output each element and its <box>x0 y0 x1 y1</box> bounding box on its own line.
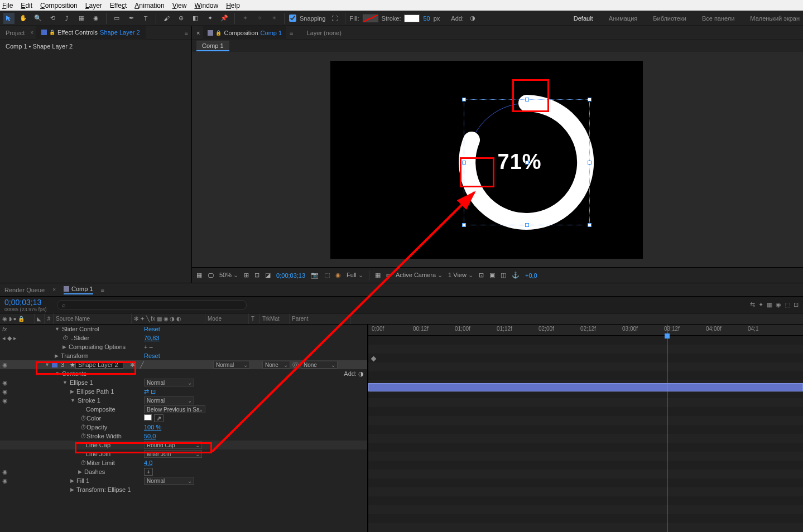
prop-slider[interactable]: Slider <box>74 335 89 341</box>
dashes-group[interactable]: Dashes <box>84 468 105 475</box>
menu-edit[interactable]: Edit <box>21 2 32 9</box>
source-name-col[interactable]: Source Name <box>54 313 132 324</box>
miter-limit-value[interactable]: 4,0 <box>144 460 152 466</box>
ellipse-group[interactable]: Ellipse 1 <box>70 379 93 386</box>
color-prop[interactable]: Color <box>86 415 101 422</box>
stroke-width-value[interactable]: 50,0 <box>144 433 156 439</box>
menu-view[interactable]: View <box>172 2 187 9</box>
menu-file[interactable]: File <box>2 2 13 9</box>
effect-slider-control[interactable]: Slider Control <box>62 326 99 332</box>
stroke-swatch[interactable] <box>404 14 420 22</box>
grid-icon[interactable]: ▦ <box>375 272 381 279</box>
monitor-icon[interactable]: 🖵 <box>208 272 214 279</box>
roto-tool-icon[interactable]: ✦ <box>204 13 215 24</box>
view-opt-2-icon[interactable]: ▣ <box>489 272 495 279</box>
comp-viewer-tab[interactable]: 🔒 Composition Comp 1 <box>203 26 286 40</box>
miter-limit-prop[interactable]: Miter Limit <box>86 460 115 466</box>
footage-icon[interactable]: ▦ <box>196 272 202 279</box>
orbit-tool-icon[interactable]: ⟲ <box>47 13 58 24</box>
compositing-options[interactable]: Compositing Options <box>69 344 126 350</box>
playhead[interactable] <box>667 325 667 532</box>
comp-timeline-tab[interactable]: Comp 1 <box>64 286 93 294</box>
snapshot-icon[interactable]: 📷 <box>311 272 319 279</box>
composite-dropdown[interactable]: Below Previous in Sa <box>144 405 205 413</box>
stopwatch-icon[interactable]: ⏱ <box>80 433 86 439</box>
brush-tool-icon[interactable]: 🖌 <box>161 13 172 24</box>
project-tab[interactable]: Project <box>0 26 30 40</box>
time-ruler[interactable]: 0;00f 00;12f 01;00f 01;12f 02;00f 02;12f… <box>368 325 803 336</box>
plus-minus[interactable]: + – <box>144 344 153 350</box>
tl-icon-4[interactable]: ◉ <box>776 301 781 308</box>
camera-dropdown[interactable]: Active Camera <box>396 272 443 279</box>
zoom-tool-icon[interactable]: 🔍 <box>32 13 44 24</box>
tl-icon-6[interactable]: ⊡ <box>794 301 799 308</box>
av-icons[interactable]: ◉ ◗ ● 🔒 <box>2 316 25 322</box>
add-button-icon[interactable]: ◑ <box>358 370 364 377</box>
clone-tool-icon[interactable]: ⊕ <box>175 13 186 24</box>
composite-prop[interactable]: Composite <box>86 406 116 413</box>
label-col-icon[interactable]: ◣ <box>35 313 45 324</box>
comp-tab[interactable]: Comp 1 <box>196 41 229 51</box>
tab-close-icon[interactable]: × <box>52 287 56 293</box>
workspace-default[interactable]: Default <box>574 15 593 22</box>
exposure-value[interactable]: +0,0 <box>525 272 537 279</box>
hand-tool-icon[interactable]: ✋ <box>18 13 29 24</box>
layer-search-input[interactable]: ⌕ <box>57 300 247 310</box>
3d-icon[interactable]: ⧈ <box>386 272 390 279</box>
stroke-width-value[interactable]: 50 <box>423 15 430 22</box>
menu-animation[interactable]: Animation <box>134 2 164 9</box>
menu-bar[interactable]: File Edit Composition Layer Effect Anima… <box>0 0 803 11</box>
trkmat-col[interactable]: TrkMat <box>260 313 290 324</box>
stroke-group[interactable]: Stroke 1 <box>78 397 100 404</box>
viewer-close-icon[interactable]: × <box>196 30 200 36</box>
pickwhip-icon[interactable]: ⓞ <box>292 361 299 369</box>
panel-menu-icon[interactable]: ≡ <box>185 30 191 36</box>
res-icon[interactable]: ⊞ <box>244 272 249 279</box>
menu-layer[interactable]: Layer <box>85 2 102 9</box>
transform-ellipse-group[interactable]: Transform: Ellipse 1 <box>76 486 131 493</box>
workspace-2[interactable]: Библиотеки <box>653 15 686 22</box>
shape-mode-dropdown[interactable]: Normal <box>144 379 194 386</box>
mask-icon[interactable]: ◪ <box>265 272 271 279</box>
view-opt-1-icon[interactable]: ⊡ <box>479 272 484 279</box>
path-link-icon[interactable]: ⇄ ⊡ <box>144 388 156 395</box>
stopwatch-icon[interactable]: ⏱ <box>80 415 86 422</box>
workspace-4[interactable]: Маленький экран <box>750 15 800 22</box>
lock-icon[interactable]: 🔒 <box>215 30 222 36</box>
canvas-area[interactable]: 71% <box>192 52 803 267</box>
timeline-tracks[interactable]: 0;00f 00;12f 01;00f 01;12f 02;00f 02;12f… <box>368 325 803 532</box>
switches-col[interactable]: ✻ ✦ ╲ fx ▦ ◉ ◑ ◐ <box>132 313 205 324</box>
view-opt-4-icon[interactable]: ⚓ <box>512 272 520 279</box>
dash-add-icon[interactable]: + <box>144 468 153 476</box>
view-axis-icon[interactable]: ✴ <box>268 13 280 24</box>
rect-tool-icon[interactable]: ▭ <box>111 13 122 24</box>
lock-icon[interactable]: 🔒 <box>49 30 55 35</box>
snapping-checkbox[interactable] <box>289 14 296 22</box>
color-swatch[interactable] <box>144 414 152 420</box>
fill-swatch[interactable] <box>363 14 378 22</box>
res-dropdown[interactable]: Full <box>347 272 363 279</box>
menu-help[interactable]: Help <box>226 2 240 9</box>
parent-dropdown[interactable]: None <box>301 361 338 369</box>
visibility-toggle[interactable]: ◉ <box>2 361 8 368</box>
tl-icon-1[interactable]: ⇆ <box>750 301 755 308</box>
slider-value[interactable]: 70,83 <box>144 335 160 341</box>
stroke-width-prop[interactable]: Stroke Width <box>86 433 122 439</box>
stopwatch-icon[interactable]: ⏱ ⌄ <box>62 335 74 341</box>
keyframe-nav[interactable]: ◂ ◆ ▸ <box>0 335 35 342</box>
rotate-tool-icon[interactable]: ⤴ <box>61 13 73 24</box>
region-icon[interactable]: ⬚ <box>324 272 330 279</box>
stopwatch-icon[interactable]: ⏱ <box>80 424 86 431</box>
tl-icon-5[interactable]: ⬚ <box>785 301 790 308</box>
pen-tool-icon[interactable]: ✒ <box>126 13 137 24</box>
type-tool-icon[interactable]: T <box>140 13 151 24</box>
puppet-tool-icon[interactable]: 📌 <box>219 13 230 24</box>
local-axis-icon[interactable]: ✦ <box>239 13 251 24</box>
stroke-mode-dropdown[interactable]: Normal <box>144 396 194 404</box>
t-col[interactable]: T <box>249 313 260 324</box>
tl-icon-2[interactable]: ✦ <box>758 301 763 308</box>
tl-icon-3[interactable]: ▦ <box>767 301 772 308</box>
zoom-dropdown[interactable]: 50% <box>219 272 238 279</box>
pan-behind-tool-icon[interactable]: ◉ <box>90 13 102 24</box>
parent-col[interactable]: Parent <box>290 313 351 324</box>
